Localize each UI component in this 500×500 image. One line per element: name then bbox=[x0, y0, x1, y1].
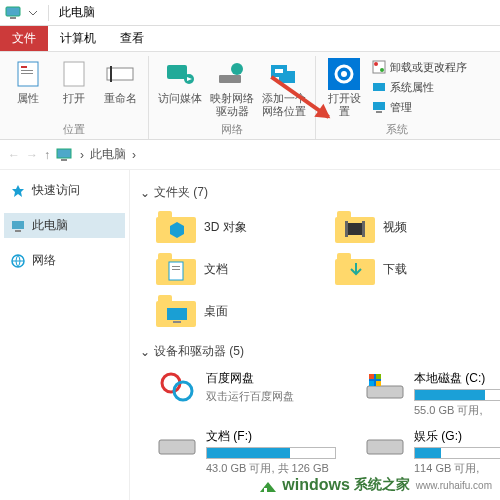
svg-rect-42 bbox=[369, 374, 374, 379]
watermark-brand: windows bbox=[282, 476, 350, 494]
ribbon: 属性 打开 重命名 位置 访问媒体 bbox=[0, 52, 500, 140]
system-actions-list: 卸载或更改程序 系统属性 管理 bbox=[368, 56, 471, 120]
folder-label: 下载 bbox=[383, 261, 407, 278]
uninstall-button[interactable]: 卸载或更改程序 bbox=[372, 58, 467, 76]
ribbon-group-location: 属性 打开 重命名 位置 bbox=[0, 56, 149, 139]
sysprops-icon bbox=[372, 80, 386, 94]
disk-icon bbox=[364, 428, 406, 462]
open-button[interactable]: 打开 bbox=[52, 56, 96, 120]
svg-rect-4 bbox=[21, 70, 33, 71]
drives-section-header[interactable]: ⌄ 设备和驱动器 (5) bbox=[140, 343, 490, 360]
map-drive-label: 映射网络驱动器 bbox=[209, 92, 255, 118]
drives-header-label: 设备和驱动器 (5) bbox=[154, 343, 244, 360]
ribbon-group-network: 访问媒体 映射网络驱动器 添加一个网络位置 网络 bbox=[149, 56, 316, 139]
folder-icon bbox=[335, 253, 375, 285]
drive-sub: 55.0 GB 可用, bbox=[414, 403, 500, 418]
tab-computer[interactable]: 计算机 bbox=[48, 26, 108, 51]
svg-rect-37 bbox=[173, 321, 181, 323]
svg-rect-22 bbox=[373, 83, 385, 91]
svg-rect-5 bbox=[21, 73, 33, 74]
svg-rect-9 bbox=[167, 65, 187, 79]
nav-back-icon[interactable]: ← bbox=[8, 148, 20, 162]
sidebar-item-quick-access[interactable]: 快速访问 bbox=[4, 178, 125, 203]
properties-button[interactable]: 属性 bbox=[6, 56, 50, 120]
watermark-icon bbox=[258, 476, 278, 494]
breadcrumb-sep2: › bbox=[132, 148, 136, 162]
drive-f[interactable]: 文档 (F:) 43.0 GB 可用, 共 126 GB bbox=[152, 424, 340, 480]
folders-section-header[interactable]: ⌄ 文件夹 (7) bbox=[140, 184, 490, 201]
folders-header-label: 文件夹 (7) bbox=[154, 184, 208, 201]
svg-rect-34 bbox=[172, 266, 180, 267]
folder-icon bbox=[156, 295, 196, 327]
svg-rect-3 bbox=[21, 66, 27, 68]
media-icon bbox=[164, 58, 196, 90]
manage-label: 管理 bbox=[390, 100, 412, 115]
folder-videos[interactable]: 视频 bbox=[331, 207, 490, 247]
quick-access-label: 快速访问 bbox=[32, 182, 80, 199]
manage-icon bbox=[372, 100, 386, 114]
drives-grid: 百度网盘 双击运行百度网盘 本地磁盘 (C:) 55.0 GB 可用, bbox=[152, 366, 490, 480]
folder-icon bbox=[156, 253, 196, 285]
system-properties-button[interactable]: 系统属性 bbox=[372, 78, 467, 96]
svg-rect-24 bbox=[376, 111, 382, 113]
network-label: 网络 bbox=[32, 252, 56, 269]
baidu-icon bbox=[156, 370, 198, 404]
drive-sub: 114 GB 可用, bbox=[414, 461, 500, 476]
manage-button[interactable]: 管理 bbox=[372, 98, 467, 116]
open-label: 打开 bbox=[63, 92, 85, 105]
folder-desktop[interactable]: 桌面 bbox=[152, 291, 311, 331]
svg-rect-1 bbox=[10, 17, 16, 19]
breadcrumb: ← → ↑ › 此电脑 › bbox=[0, 140, 500, 170]
network-icon bbox=[10, 253, 26, 269]
nav-fwd-icon[interactable]: → bbox=[26, 148, 38, 162]
navigation-sidebar: 快速访问 此电脑 网络 bbox=[0, 170, 130, 500]
tab-view[interactable]: 查看 bbox=[108, 26, 156, 51]
folder-3d-objects[interactable]: 3D 对象 bbox=[152, 207, 311, 247]
svg-rect-0 bbox=[6, 7, 20, 16]
access-media-button[interactable]: 访问媒体 bbox=[155, 56, 205, 120]
ribbon-tabs: 文件 计算机 查看 bbox=[0, 26, 500, 52]
add-network-button[interactable]: 添加一个网络位置 bbox=[259, 56, 309, 120]
drive-usage-bar bbox=[414, 447, 500, 459]
drive-sub: 43.0 GB 可用, 共 126 GB bbox=[206, 461, 336, 476]
svg-rect-40 bbox=[367, 386, 403, 398]
nav-up-icon[interactable]: ↑ bbox=[44, 148, 50, 162]
tab-file[interactable]: 文件 bbox=[0, 26, 48, 51]
drive-usage-bar bbox=[206, 447, 336, 459]
dropdown-icon[interactable] bbox=[24, 4, 42, 22]
svg-rect-32 bbox=[362, 221, 365, 237]
pc-icon bbox=[10, 218, 26, 234]
svg-rect-43 bbox=[376, 374, 381, 379]
svg-rect-31 bbox=[345, 221, 348, 237]
drive-g[interactable]: 娱乐 (G:) 114 GB 可用, bbox=[360, 424, 500, 480]
disk-icon bbox=[156, 428, 198, 462]
sidebar-item-this-pc[interactable]: 此电脑 bbox=[4, 213, 125, 238]
breadcrumb-root[interactable]: 此电脑 bbox=[90, 146, 126, 163]
group-location-label: 位置 bbox=[63, 120, 85, 139]
open-settings-button[interactable]: 打开设置 bbox=[322, 56, 366, 120]
svg-rect-6 bbox=[64, 62, 84, 86]
map-drive-button[interactable]: 映射网络驱动器 bbox=[207, 56, 257, 120]
folder-icon bbox=[335, 211, 375, 243]
svg-point-20 bbox=[374, 62, 378, 66]
properties-label: 属性 bbox=[17, 92, 39, 105]
open-settings-label: 打开设置 bbox=[324, 92, 364, 118]
drive-baidu[interactable]: 百度网盘 双击运行百度网盘 bbox=[152, 366, 340, 422]
group-network-label: 网络 bbox=[221, 120, 243, 139]
svg-rect-8 bbox=[110, 66, 112, 82]
sidebar-item-network[interactable]: 网络 bbox=[4, 248, 125, 273]
chevron-down-icon: ⌄ bbox=[140, 345, 150, 359]
media-label: 访问媒体 bbox=[158, 92, 202, 105]
svg-rect-36 bbox=[167, 308, 187, 320]
drive-name: 文档 (F:) bbox=[206, 428, 336, 445]
svg-rect-25 bbox=[57, 149, 71, 158]
svg-rect-28 bbox=[15, 230, 21, 232]
folder-downloads[interactable]: 下载 bbox=[331, 249, 490, 289]
rename-button[interactable]: 重命名 bbox=[98, 56, 142, 120]
drive-name: 百度网盘 bbox=[206, 370, 336, 387]
add-network-icon bbox=[268, 58, 300, 90]
svg-rect-44 bbox=[369, 381, 374, 386]
svg-rect-27 bbox=[12, 221, 24, 229]
drive-c[interactable]: 本地磁盘 (C:) 55.0 GB 可用, bbox=[360, 366, 500, 422]
folder-documents[interactable]: 文档 bbox=[152, 249, 311, 289]
